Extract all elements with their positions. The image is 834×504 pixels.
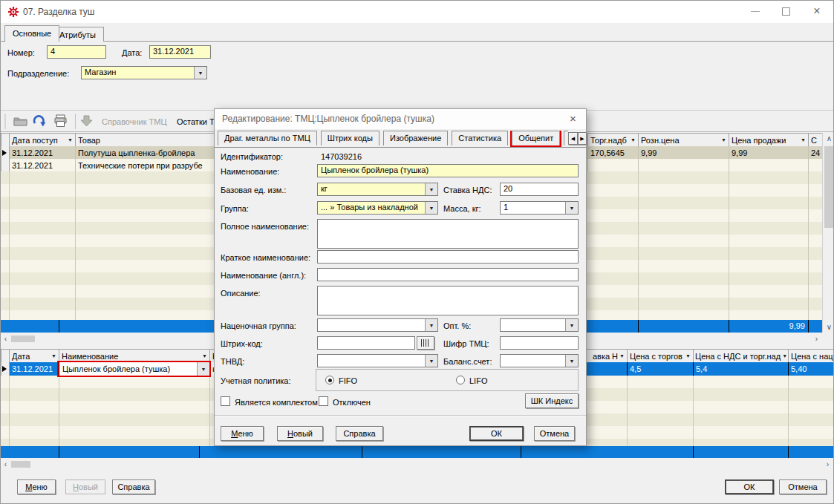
cell-sale[interactable] [729,159,809,171]
cell-date[interactable]: 31.12.2021 [10,362,59,376]
cell-date[interactable]: 31.12.2021 [10,146,76,159]
scroll-right-button[interactable]: › [812,334,821,344]
sort-icon[interactable]: ▼ [201,353,207,359]
hscroll-thumb[interactable] [11,461,30,468]
dropdown-button[interactable]: ▼ [425,355,437,367]
bottom-grid-col-trade[interactable]: Цена с торгов ▼ [628,350,694,363]
sort-icon[interactable]: ▼ [50,353,56,359]
cell-vat-markup-price[interactable]: 5,4 [694,362,789,376]
scroll-down-button[interactable]: ∨ [823,321,834,333]
vscroll-thumb[interactable] [824,146,834,228]
tab-barcodes[interactable]: Штрих коды [321,131,379,145]
dropdown-button[interactable]: ▼ [565,319,578,331]
bottom-grid-col-markup-price[interactable]: Цена с нац [789,350,834,363]
bottom-grid-col-name[interactable]: Наименование ▼ [59,350,210,363]
bottom-grid-col-vat[interactable]: авка Н ▼ [593,352,625,361]
scroll-left-button[interactable]: ‹ [1,334,10,344]
is-kit-checkbox[interactable] [221,396,230,406]
cell-retail[interactable]: 9,99 [639,146,729,159]
dropdown-button[interactable]: ▼ [425,202,437,214]
new-button[interactable]: Новый [65,480,105,494]
tnvd-combo[interactable]: ▼ [317,354,438,367]
barcode-scan-button[interactable] [417,336,434,350]
hscroll-thumb[interactable] [11,336,35,342]
dropdown-button[interactable]: ▼ [565,355,578,367]
top-grid-col-sale[interactable]: Цена продажи ▼ [729,134,809,147]
sort-icon[interactable]: ▼ [781,353,787,359]
cell-sale[interactable]: 9,99 [729,146,809,159]
cell-markup-price[interactable]: 5,40 [789,362,834,376]
cell-trade-price[interactable]: 4,5 [628,362,694,376]
help-button[interactable]: Справка [112,480,155,494]
refresh-icon[interactable] [32,114,48,128]
close-button[interactable]: × [809,4,825,19]
tab-scroll-left-button[interactable]: ◀ [568,132,578,145]
tmc-code-input[interactable] [500,336,579,350]
short-name-input[interactable] [317,250,579,264]
dropdown-button[interactable]: ▼ [565,202,578,214]
mass-combo[interactable]: 1 ▼ [500,201,579,215]
sort-icon[interactable]: ▼ [629,137,636,143]
scroll-right-button[interactable]: › [823,459,833,469]
tab-metals[interactable]: Драг. металлы по ТМЦ [218,131,317,145]
sort-icon[interactable]: ▼ [66,137,73,143]
number-input[interactable]: 4 [47,45,106,59]
wholesale-combo[interactable]: ▼ [500,318,579,332]
base-unit-combo[interactable]: кг ▼ [317,183,438,196]
sort-icon[interactable]: ▼ [684,353,691,359]
shk-index-button[interactable]: ШК Индекс [525,393,579,408]
bottom-grid-col-vat-markup[interactable]: Цена с НДС и торг.над ▼ [694,350,789,363]
dialog-help-button[interactable]: Справка [336,426,383,441]
bottom-grid-col-date[interactable]: Дата ▼ [10,350,59,363]
print-icon[interactable] [53,114,68,128]
vat-rate-input[interactable]: 20 [500,183,579,196]
cell-extra[interactable]: 24 [809,146,823,159]
disabled-checkbox[interactable] [319,396,328,406]
dropdown-button[interactable]: ▼ [194,67,206,79]
cell-markup[interactable] [588,159,639,171]
cell-markup[interactable]: 170,5645 [588,146,639,159]
lifo-radio[interactable] [456,376,465,384]
top-grid-col-extra[interactable]: С [809,134,823,147]
top-grid-col-date[interactable]: Дата поступ ▼ [10,134,76,147]
date-input[interactable]: 31.12.2021 [149,45,211,59]
tab-scroll-right-button[interactable]: ▶ [578,132,587,145]
name-input[interactable]: Цыпленок бройлера (тушка) [317,164,579,177]
group-combo[interactable]: ... » Товары из накладной ▼ [317,201,438,215]
sort-icon[interactable]: ▼ [720,137,726,143]
sort-icon[interactable]: ▼ [618,353,625,359]
bottom-grid-footer-row[interactable] [1,446,834,458]
dropdown-button[interactable]: ▼ [425,183,437,195]
top-grid-col-markup[interactable]: Торг.надб ▼ [588,134,639,147]
fifo-radio[interactable] [325,376,334,384]
tab-image[interactable]: Изображение [383,131,448,145]
full-name-textarea[interactable] [317,219,579,249]
dialog-ok-button[interactable]: ОК [469,426,524,441]
menu-button[interactable]: Меню [17,480,56,494]
tmc-catalog-button[interactable]: Справочник ТМЦ [102,117,167,126]
cancel-button[interactable]: Отмена [779,480,827,494]
scroll-left-button[interactable]: ‹ [1,459,10,469]
dialog-menu-button[interactable]: Меню [221,426,264,441]
dropdown-button[interactable]: ▼ [425,319,437,331]
cell-date[interactable]: 31.12.2021 [10,159,76,171]
top-grid-vscrollbar[interactable]: ∧ ∨ [822,133,834,333]
ok-button[interactable]: ОК [725,480,774,494]
barcode-input[interactable] [317,336,415,350]
dropdown-button[interactable]: ▼ [197,362,209,376]
scroll-up-button[interactable]: ∧ [823,133,834,144]
cell-name-combo[interactable]: Цыпленок бройлера (тушка) ▼ [59,362,210,376]
top-grid-col-retail[interactable]: Розн.цена ▼ [639,134,729,147]
tab-general[interactable]: Основные [4,25,59,42]
tab-statistics[interactable]: Статистика [452,131,508,145]
balance-combo[interactable]: ▼ [500,354,579,367]
dialog-cancel-button[interactable]: Отмена [534,426,575,441]
tmc-remains-button[interactable]: Остатки Т [177,117,215,126]
name-en-input[interactable] [317,268,579,281]
minimize-button[interactable] [747,4,763,19]
bottom-grid-hscrollbar[interactable]: ‹ › [1,459,834,469]
maximize-button[interactable] [778,4,794,19]
sort-icon[interactable]: ▼ [799,137,806,143]
department-combo[interactable]: Магазин ▼ [81,66,207,79]
cell-retail[interactable] [639,159,729,171]
